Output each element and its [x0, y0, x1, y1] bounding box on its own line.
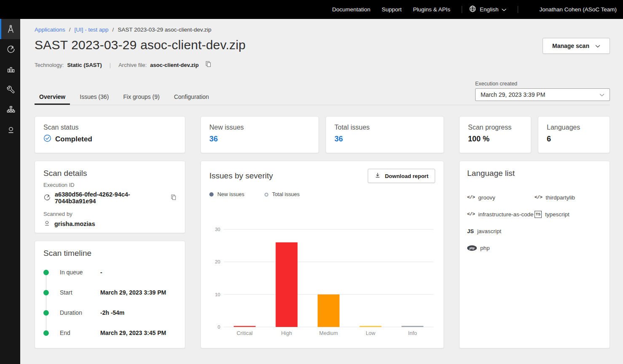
breadcrumb-current: SAST 2023-03-29 asoc-client-dev.zip — [118, 27, 211, 33]
legend-new-issues[interactable]: New issues — [209, 191, 244, 197]
download-report-label: Download report — [385, 173, 428, 179]
total-issues-card: Total issues 36 — [326, 116, 444, 153]
scan-meta: Technology: Static (SAST) | Archive file… — [35, 61, 610, 69]
user-menu[interactable]: Jonathan Cohen (ASoC Team) — [539, 6, 617, 13]
breadcrumb-applications[interactable]: Applications — [35, 27, 65, 33]
scan-status-label: Scan status — [43, 124, 176, 131]
timeline-event-value: March 29, 2023 3:45 PM — [100, 329, 166, 336]
legend-total-issues[interactable]: Total issues — [265, 191, 299, 197]
languages-label: Languages — [547, 124, 601, 131]
sidebar-item-scans[interactable] — [0, 39, 20, 59]
typescript-icon: TS — [535, 211, 542, 218]
code-icon: </> — [467, 195, 475, 200]
timeline-event-in-queue: In queue - — [43, 262, 176, 282]
tab-overview[interactable]: Overview — [35, 88, 70, 105]
technology-label: Technology: — [35, 62, 64, 68]
timeline-dot — [43, 310, 49, 316]
meta-divider: | — [110, 62, 111, 68]
svg-text:30: 30 — [215, 227, 220, 232]
sidebar-item-tools[interactable] — [0, 80, 20, 100]
javascript-icon: JS — [467, 228, 474, 234]
execution-created-label: Execution created — [475, 81, 610, 87]
download-icon — [374, 172, 381, 180]
execution-id-label: Execution ID — [43, 182, 176, 188]
total-issues-label: Total issues — [334, 124, 435, 131]
scanned-by-value: grisha.mozias — [54, 221, 95, 227]
sidebar-item-organization[interactable] — [0, 100, 20, 120]
chevron-down-icon — [599, 91, 604, 98]
breadcrumb-app[interactable]: [UI] - test app — [75, 27, 109, 33]
top-bar: Documentation Support Plugins & APIs Eng… — [0, 0, 623, 19]
topbar-link-documentation[interactable]: Documentation — [332, 6, 370, 13]
php-icon: php — [467, 245, 477, 251]
language-item-label: groovy — [478, 194, 495, 201]
issues-by-severity-title: Issues by severity — [209, 171, 273, 181]
timeline-event-label: Start — [60, 289, 100, 296]
topbar-link-support[interactable]: Support — [382, 6, 401, 13]
language-list-card: Language list </> groovy </> thirdpartyl… — [459, 161, 610, 348]
execution-created-value: March 29, 2023 3:39 PM — [481, 91, 545, 98]
gauge-icon — [43, 194, 51, 202]
topbar-link-plugins-apis[interactable]: Plugins & APIs — [413, 6, 451, 13]
tab-configuration[interactable]: Configuration — [169, 88, 214, 105]
person-icon — [43, 220, 51, 228]
copy-icon[interactable] — [205, 61, 211, 69]
topbar-divider — [462, 6, 462, 13]
tab-fix-groups[interactable]: Fix groups (9) — [119, 88, 164, 105]
language-item-typescript: TS typescript — [535, 211, 602, 218]
language-item-infrastructure-as-code: </> infrastructure-as-code — [467, 211, 535, 218]
code-icon: </> — [467, 212, 475, 217]
timeline-dot — [43, 270, 49, 275]
language-item-groovy: </> groovy — [467, 194, 535, 201]
tab-issues[interactable]: Issues (36) — [75, 88, 113, 105]
language-list-title: Language list — [467, 169, 602, 178]
execution-created: Execution created March 29, 2023 3:39 PM — [475, 81, 610, 101]
chart-legend: New issues Total issues — [209, 191, 435, 197]
sidebar-item-reports[interactable] — [0, 59, 20, 80]
legend-label: New issues — [217, 191, 244, 197]
timeline-event-label: In queue — [60, 269, 100, 276]
technology-value: Static (SAST) — [67, 62, 102, 68]
timeline-event-end: End March 29, 2023 3:45 PM — [43, 323, 176, 343]
manage-scan-button[interactable]: Manage scan — [543, 38, 610, 54]
timeline-dot — [43, 290, 49, 295]
archive-file-value: asoc-client-dev.zip — [150, 62, 198, 68]
timeline-event-value: - — [100, 269, 102, 276]
sidebar-item-applications[interactable] — [0, 19, 20, 39]
scan-timeline-card: Scan timeline In queue - Start March 29,… — [35, 241, 185, 348]
scan-progress-value: 100 % — [468, 135, 522, 143]
new-issues-value[interactable]: 36 — [209, 135, 310, 143]
total-issues-value[interactable]: 36 — [334, 135, 435, 143]
sidebar-item-profile[interactable] — [0, 120, 20, 140]
left-sidebar — [0, 19, 20, 364]
language-item-thirdpartylib: </> thirdpartylib — [535, 194, 602, 201]
wrench-icon — [7, 85, 15, 94]
scan-progress-card: Scan progress 100 % — [459, 116, 531, 153]
scan-status-card: Scan status Completed — [35, 116, 185, 153]
execution-id-value: a6380d56-0fed-4262-94c4-7044b3a91e94 — [55, 191, 164, 205]
globe-icon — [469, 5, 476, 14]
compass-icon — [6, 24, 16, 34]
org-chart-icon — [6, 105, 16, 114]
download-report-button[interactable]: Download report — [368, 169, 435, 183]
page-title: SAST 2023-03-29 asoc-client-dev.zip — [35, 38, 246, 52]
timeline-event-value: -2h -54m — [100, 309, 125, 316]
person-icon — [6, 125, 16, 135]
breadcrumb-separator: / — [69, 27, 71, 33]
svg-text:Critical: Critical — [237, 330, 253, 336]
languages-card: Languages 6 — [538, 116, 610, 153]
timeline-event-label: End — [60, 329, 100, 336]
language-item-label: javascript — [477, 228, 501, 234]
svg-text:High: High — [281, 330, 292, 336]
language-selector[interactable]: English — [469, 5, 506, 14]
new-issues-card: New issues 36 — [201, 116, 319, 153]
copy-icon[interactable] — [170, 194, 176, 202]
scan-timeline-title: Scan timeline — [43, 249, 176, 258]
svg-text:10: 10 — [215, 292, 220, 297]
issues-by-severity-card: Issues by severity Download report New i… — [201, 161, 444, 348]
manage-scan-label: Manage scan — [552, 43, 589, 49]
languages-value: 6 — [547, 135, 601, 143]
archive-file-label: Archive file: — [118, 62, 147, 68]
execution-created-select[interactable]: March 29, 2023 3:39 PM — [475, 88, 610, 101]
chevron-down-icon — [502, 6, 506, 13]
